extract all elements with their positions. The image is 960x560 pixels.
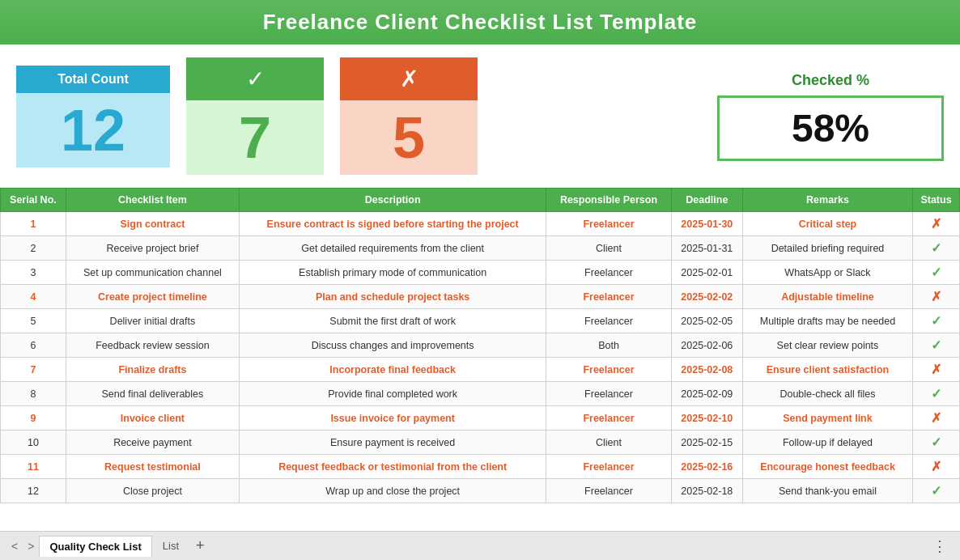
cell-status: ✓ <box>913 261 960 285</box>
status-cross-icon: ✗ <box>931 217 941 231</box>
cell-item: Receive project brief <box>66 236 239 261</box>
cell-person: Freelancer <box>546 285 671 309</box>
cell-remarks: Ensure client satisfaction <box>742 358 912 382</box>
cell-person: Freelancer <box>546 358 671 382</box>
table-row: 12 Close project Wrap up and close the p… <box>1 479 960 503</box>
tab-bar: < > Quality Check List List + ⋮ <box>0 531 960 560</box>
tab-list[interactable]: List <box>152 535 189 557</box>
cell-serial: 8 <box>1 382 66 406</box>
table-row: 10 Receive payment Ensure payment is rec… <box>1 431 960 455</box>
table-row: 1 Sign contract Ensure contract is signe… <box>1 212 960 236</box>
cell-desc: Submit the first draft of work <box>240 309 546 333</box>
status-check-icon: ✓ <box>931 338 941 352</box>
cell-desc: Ensure contract is signed before startin… <box>240 212 546 236</box>
cell-deadline: 2025-02-10 <box>671 406 742 431</box>
cell-deadline: 2025-02-08 <box>671 358 742 382</box>
cell-person: Freelancer <box>546 261 671 285</box>
table-row: 7 Finalize drafts Incorporate final feed… <box>1 358 960 382</box>
cell-remarks: Send payment link <box>742 406 912 431</box>
cell-serial: 10 <box>1 431 66 455</box>
tab-prev-button[interactable]: < <box>6 537 23 556</box>
cell-desc: Discuss changes and improvements <box>240 333 546 358</box>
checkmark-icon: ✓ <box>186 57 324 100</box>
cell-deadline: 2025-01-31 <box>671 236 742 261</box>
cell-item: Receive payment <box>66 431 239 455</box>
cell-status: ✗ <box>913 285 960 309</box>
cell-serial: 7 <box>1 358 66 382</box>
cell-remarks: Send thank-you email <box>742 479 912 503</box>
cell-deadline: 2025-02-05 <box>671 309 742 333</box>
cell-item: Invoice client <box>66 406 239 431</box>
cross-count-card: ✗ 5 <box>340 57 478 175</box>
checked-percent-value: 58% <box>792 107 869 150</box>
status-check-icon: ✓ <box>931 387 941 401</box>
cell-desc: Provide final completed work <box>240 382 546 406</box>
status-cross-icon: ✗ <box>931 411 941 425</box>
tab-quality-check-list[interactable]: Quality Check List <box>39 536 151 557</box>
cell-remarks: Multiple drafts may be needed <box>742 309 912 333</box>
status-cross-icon: ✗ <box>931 363 941 376</box>
status-cross-icon: ✗ <box>931 290 941 303</box>
checked-percent-box: 58% <box>717 95 944 161</box>
cell-serial: 11 <box>1 455 66 479</box>
table-header: Serial No. Checklist Item Description Re… <box>1 189 960 212</box>
cell-person: Freelancer <box>546 479 671 503</box>
total-count-value: 12 <box>16 93 170 168</box>
status-check-icon: ✓ <box>931 265 941 279</box>
tab-menu-button[interactable]: ⋮ <box>926 534 954 558</box>
cell-status: ✓ <box>913 309 960 333</box>
cell-remarks: Critical step <box>742 212 912 236</box>
cell-desc: Wrap up and close the project <box>240 479 546 503</box>
cell-person: Freelancer <box>546 382 671 406</box>
total-count-label: Total Count <box>16 66 170 93</box>
checked-percent-label: Checked % <box>792 72 869 89</box>
cell-person: Client <box>546 431 671 455</box>
cell-desc: Request feedback or testimonial from the… <box>240 455 546 479</box>
table-row: 11 Request testimonial Request feedback … <box>1 455 960 479</box>
cell-deadline: 2025-02-16 <box>671 455 742 479</box>
cell-desc: Ensure payment is received <box>240 431 546 455</box>
cell-deadline: 2025-01-30 <box>671 212 742 236</box>
cell-remarks: Double-check all files <box>742 382 912 406</box>
cell-person: Freelancer <box>546 309 671 333</box>
table-container: Serial No. Checklist Item Description Re… <box>0 188 960 531</box>
cell-remarks: Encourage honest feedback <box>742 455 912 479</box>
cell-status: ✗ <box>913 358 960 382</box>
cell-serial: 6 <box>1 333 66 358</box>
app-container: Freelance Client Checklist List Template… <box>0 0 960 560</box>
cell-deadline: 2025-02-02 <box>671 285 742 309</box>
col-item: Checklist Item <box>66 189 239 212</box>
cell-serial: 9 <box>1 406 66 431</box>
cell-desc: Establish primary mode of communication <box>240 261 546 285</box>
col-person: Responsible Person <box>546 189 671 212</box>
cell-item: Create project timeline <box>66 285 239 309</box>
checked-percent-card: Checked % 58% <box>717 72 944 161</box>
table-row: 9 Invoice client Issue invoice for payme… <box>1 406 960 431</box>
cell-status: ✓ <box>913 333 960 358</box>
header: Freelance Client Checklist List Template <box>0 0 960 45</box>
tab-add-button[interactable]: + <box>189 537 211 554</box>
cell-remarks: WhatsApp or Slack <box>742 261 912 285</box>
table-row: 5 Deliver initial drafts Submit the firs… <box>1 309 960 333</box>
col-desc: Description <box>240 189 546 212</box>
status-check-icon: ✓ <box>931 314 941 328</box>
cross-count-value: 5 <box>340 100 478 175</box>
table-body: 1 Sign contract Ensure contract is signe… <box>1 212 960 503</box>
cell-status: ✗ <box>913 406 960 431</box>
cross-icon: ✗ <box>340 57 478 100</box>
cell-deadline: 2025-02-09 <box>671 382 742 406</box>
cell-status: ✓ <box>913 431 960 455</box>
tab-next-button[interactable]: > <box>23 537 39 556</box>
cell-item: Close project <box>66 479 239 503</box>
cell-person: Freelancer <box>546 212 671 236</box>
status-check-icon: ✓ <box>931 435 941 449</box>
cell-remarks: Follow-up if delayed <box>742 431 912 455</box>
cell-deadline: 2025-02-06 <box>671 333 742 358</box>
table-row: 4 Create project timeline Plan and sched… <box>1 285 960 309</box>
cell-remarks: Detailed briefing required <box>742 236 912 261</box>
cell-serial: 3 <box>1 261 66 285</box>
cell-deadline: 2025-02-01 <box>671 261 742 285</box>
status-cross-icon: ✗ <box>931 460 941 473</box>
cell-remarks: Adjustable timeline <box>742 285 912 309</box>
table-row: 6 Feedback review session Discuss change… <box>1 333 960 358</box>
